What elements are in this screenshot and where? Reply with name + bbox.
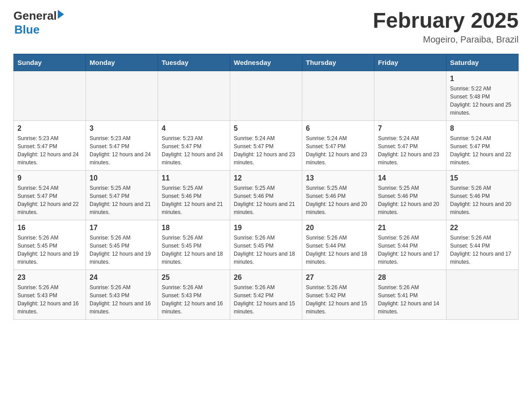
day-number: 27 [306, 274, 370, 282]
day-number: 22 [450, 224, 515, 232]
day-info: Sunrise: 5:22 AMSunset: 5:48 PMDaylight:… [450, 85, 515, 117]
day-number: 20 [306, 224, 370, 232]
calendar-day-cell: 5Sunrise: 5:24 AMSunset: 5:47 PMDaylight… [230, 120, 302, 170]
page-header: General Blue February 2025 Mogeiro, Para… [13, 9, 519, 45]
calendar-week-row: 23Sunrise: 5:26 AMSunset: 5:43 PMDayligh… [14, 270, 519, 319]
day-info: Sunrise: 5:23 AMSunset: 5:47 PMDaylight:… [17, 134, 82, 167]
day-number: 11 [162, 174, 226, 182]
logo-arrow-icon [58, 10, 64, 19]
weekday-header-tuesday: Tuesday [158, 54, 230, 71]
logo-general-text: General [13, 9, 57, 23]
day-info: Sunrise: 5:26 AMSunset: 5:42 PMDaylight:… [234, 283, 298, 316]
calendar-week-row: 1Sunrise: 5:22 AMSunset: 5:48 PMDaylight… [14, 71, 519, 120]
calendar-day-cell: 16Sunrise: 5:26 AMSunset: 5:45 PMDayligh… [14, 220, 86, 270]
day-info: Sunrise: 5:23 AMSunset: 5:47 PMDaylight:… [90, 134, 154, 167]
calendar-day-cell: 21Sunrise: 5:26 AMSunset: 5:44 PMDayligh… [374, 220, 446, 270]
weekday-header-monday: Monday [86, 54, 158, 71]
logo: General Blue [13, 9, 64, 37]
calendar-day-cell: 27Sunrise: 5:26 AMSunset: 5:42 PMDayligh… [302, 270, 374, 319]
calendar-day-cell: 25Sunrise: 5:26 AMSunset: 5:43 PMDayligh… [158, 270, 230, 319]
day-info: Sunrise: 5:24 AMSunset: 5:47 PMDaylight:… [17, 184, 82, 216]
calendar-day-cell: 10Sunrise: 5:25 AMSunset: 5:47 PMDayligh… [86, 170, 158, 220]
calendar-day-cell [86, 71, 158, 120]
day-number: 14 [378, 174, 442, 182]
calendar-day-cell: 1Sunrise: 5:22 AMSunset: 5:48 PMDaylight… [446, 71, 519, 120]
weekday-header-wednesday: Wednesday [230, 54, 302, 71]
day-number: 5 [234, 124, 298, 133]
calendar-day-cell: 9Sunrise: 5:24 AMSunset: 5:47 PMDaylight… [14, 170, 86, 220]
calendar-table: SundayMondayTuesdayWednesdayThursdayFrid… [13, 54, 519, 320]
calendar-day-cell [158, 71, 230, 120]
day-number: 1 [450, 75, 515, 83]
day-info: Sunrise: 5:23 AMSunset: 5:47 PMDaylight:… [162, 134, 226, 167]
day-info: Sunrise: 5:24 AMSunset: 5:47 PMDaylight:… [234, 134, 298, 167]
day-number: 21 [378, 224, 442, 232]
day-info: Sunrise: 5:26 AMSunset: 5:44 PMDaylight:… [378, 234, 442, 266]
day-info: Sunrise: 5:25 AMSunset: 5:46 PMDaylight:… [306, 184, 370, 216]
calendar-day-cell: 4Sunrise: 5:23 AMSunset: 5:47 PMDaylight… [158, 120, 230, 170]
day-info: Sunrise: 5:25 AMSunset: 5:46 PMDaylight:… [378, 184, 442, 216]
day-number: 12 [234, 174, 298, 182]
day-info: Sunrise: 5:26 AMSunset: 5:45 PMDaylight:… [162, 234, 226, 266]
day-info: Sunrise: 5:26 AMSunset: 5:45 PMDaylight:… [234, 234, 298, 266]
day-number: 17 [90, 224, 154, 232]
day-info: Sunrise: 5:25 AMSunset: 5:46 PMDaylight:… [234, 184, 298, 216]
day-number: 6 [306, 124, 370, 133]
calendar-week-row: 16Sunrise: 5:26 AMSunset: 5:45 PMDayligh… [14, 220, 519, 270]
calendar-day-cell: 17Sunrise: 5:26 AMSunset: 5:45 PMDayligh… [86, 220, 158, 270]
calendar-day-cell: 20Sunrise: 5:26 AMSunset: 5:44 PMDayligh… [302, 220, 374, 270]
calendar-day-cell: 26Sunrise: 5:26 AMSunset: 5:42 PMDayligh… [230, 270, 302, 319]
day-info: Sunrise: 5:26 AMSunset: 5:43 PMDaylight:… [162, 283, 226, 316]
day-number: 16 [17, 224, 82, 232]
day-number: 24 [90, 274, 154, 282]
calendar-day-cell: 2Sunrise: 5:23 AMSunset: 5:47 PMDaylight… [14, 120, 86, 170]
day-info: Sunrise: 5:26 AMSunset: 5:44 PMDaylight:… [306, 234, 370, 266]
day-number: 2 [17, 124, 82, 133]
calendar-week-row: 2Sunrise: 5:23 AMSunset: 5:47 PMDaylight… [14, 120, 519, 170]
calendar-day-cell: 8Sunrise: 5:24 AMSunset: 5:47 PMDaylight… [446, 120, 519, 170]
calendar-day-cell: 3Sunrise: 5:23 AMSunset: 5:47 PMDaylight… [86, 120, 158, 170]
day-number: 13 [306, 174, 370, 182]
day-number: 18 [162, 224, 226, 232]
day-info: Sunrise: 5:26 AMSunset: 5:42 PMDaylight:… [306, 283, 370, 316]
weekday-header-row: SundayMondayTuesdayWednesdayThursdayFrid… [14, 54, 519, 71]
day-number: 23 [17, 274, 82, 282]
calendar-day-cell: 6Sunrise: 5:24 AMSunset: 5:47 PMDaylight… [302, 120, 374, 170]
calendar-day-cell: 19Sunrise: 5:26 AMSunset: 5:45 PMDayligh… [230, 220, 302, 270]
day-number: 25 [162, 274, 226, 282]
calendar-week-row: 9Sunrise: 5:24 AMSunset: 5:47 PMDaylight… [14, 170, 519, 220]
day-info: Sunrise: 5:26 AMSunset: 5:46 PMDaylight:… [450, 184, 515, 216]
day-info: Sunrise: 5:25 AMSunset: 5:47 PMDaylight:… [90, 184, 154, 216]
day-number: 8 [450, 124, 515, 133]
day-number: 15 [450, 174, 515, 182]
calendar-day-cell: 22Sunrise: 5:26 AMSunset: 5:44 PMDayligh… [446, 220, 519, 270]
weekday-header-saturday: Saturday [446, 54, 519, 71]
day-number: 7 [378, 124, 442, 133]
month-title: February 2025 [373, 9, 519, 33]
day-number: 9 [17, 174, 82, 182]
calendar-day-cell: 15Sunrise: 5:26 AMSunset: 5:46 PMDayligh… [446, 170, 519, 220]
calendar-day-cell: 18Sunrise: 5:26 AMSunset: 5:45 PMDayligh… [158, 220, 230, 270]
calendar-day-cell: 23Sunrise: 5:26 AMSunset: 5:43 PMDayligh… [14, 270, 86, 319]
day-number: 3 [90, 124, 154, 133]
calendar-day-cell [230, 71, 302, 120]
day-info: Sunrise: 5:24 AMSunset: 5:47 PMDaylight:… [306, 134, 370, 167]
weekday-header-thursday: Thursday [302, 54, 374, 71]
day-info: Sunrise: 5:26 AMSunset: 5:41 PMDaylight:… [378, 283, 442, 316]
day-info: Sunrise: 5:24 AMSunset: 5:47 PMDaylight:… [378, 134, 442, 167]
day-info: Sunrise: 5:24 AMSunset: 5:47 PMDaylight:… [450, 134, 515, 167]
day-info: Sunrise: 5:26 AMSunset: 5:45 PMDaylight:… [17, 234, 82, 266]
calendar-day-cell [374, 71, 446, 120]
calendar-day-cell: 28Sunrise: 5:26 AMSunset: 5:41 PMDayligh… [374, 270, 446, 319]
day-info: Sunrise: 5:26 AMSunset: 5:43 PMDaylight:… [90, 283, 154, 316]
weekday-header-sunday: Sunday [14, 54, 86, 71]
weekday-header-friday: Friday [374, 54, 446, 71]
day-number: 10 [90, 174, 154, 182]
calendar-day-cell [446, 270, 519, 319]
calendar-day-cell: 14Sunrise: 5:25 AMSunset: 5:46 PMDayligh… [374, 170, 446, 220]
logo-blue-text: Blue [14, 23, 39, 37]
calendar-day-cell: 11Sunrise: 5:25 AMSunset: 5:46 PMDayligh… [158, 170, 230, 220]
calendar-day-cell [14, 71, 86, 120]
day-number: 4 [162, 124, 226, 133]
title-block: February 2025 Mogeiro, Paraiba, Brazil [373, 9, 519, 45]
